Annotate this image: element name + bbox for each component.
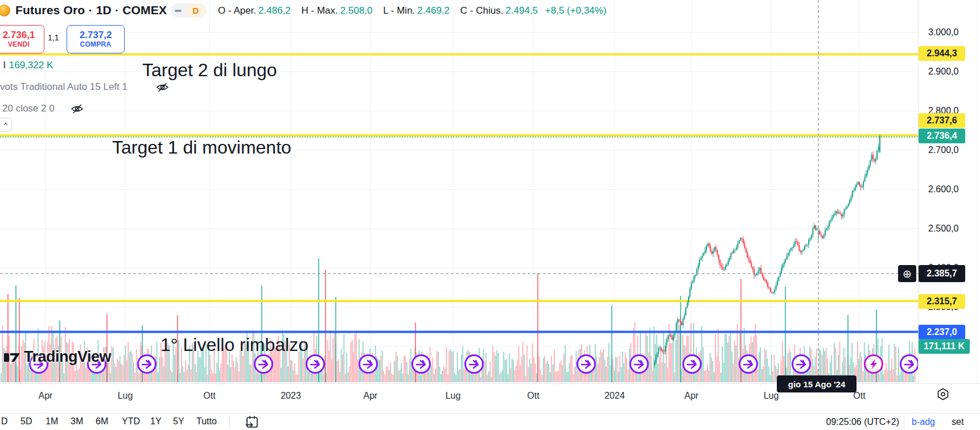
time-tick: Apr — [364, 391, 378, 401]
contract-rollover-marker[interactable] — [413, 355, 430, 373]
clock-timezone[interactable]: 09:25:06 (UTC+2) — [797, 417, 899, 427]
tradingview-watermark: TradingView — [3, 348, 111, 366]
range-button-1m[interactable]: 1M — [46, 416, 58, 427]
time-tick: Apr — [39, 391, 53, 401]
time-tick: Ott — [203, 391, 215, 401]
price-tick: 2.600,0 — [928, 184, 958, 195]
legend-collapse-button[interactable]: ^ — [0, 118, 12, 132]
go-to-date-icon[interactable] — [245, 415, 260, 430]
buy-price: 2.737,2 — [80, 30, 112, 41]
sell-label: VENDI — [8, 41, 30, 49]
caret-up-icon: ^ — [4, 121, 7, 129]
range-button-6m[interactable]: 6M — [96, 416, 108, 427]
add-alert-plus-icon[interactable]: ⊕ — [898, 265, 916, 282]
contract-rollover-marker[interactable] — [578, 355, 595, 373]
annotation-rimbalzo[interactable]: 1° Livello rimbalzo — [160, 334, 308, 355]
time-tick: Ott — [527, 391, 539, 401]
buy-label: COMPRA — [80, 41, 111, 49]
low-value: 2.469,2 — [417, 5, 450, 16]
time-tick: Lug — [118, 391, 133, 401]
annotation-target1[interactable]: Target 1 di movimento — [112, 137, 291, 158]
time-tick: Apr — [685, 391, 699, 401]
price-tick: 2.700,0 — [928, 145, 958, 155]
price-level-badge: 2.737,6 — [919, 113, 965, 128]
tradingview-chart-app: Target 2 di lungo Target 1 di movimento … — [0, 0, 980, 430]
bottom-toolbar: 09:25:06 (UTC+2) b-adg set D5D1M3M6MYTD1… — [0, 413, 980, 430]
high-value: 2.508,0 — [340, 5, 373, 16]
price-level-badge: 2.315,7 — [919, 294, 965, 309]
bolt-event-marker[interactable] — [865, 355, 883, 373]
sell-button[interactable]: 2.736,1 VENDI — [0, 25, 44, 53]
price-level-badge: 2.237,0 — [919, 325, 965, 340]
price-tick: 2.500,0 — [928, 224, 958, 234]
instant-detail-hexagon-icon[interactable] — [936, 387, 950, 403]
time-tick: 2024 — [604, 391, 625, 401]
minus-icon[interactable] — [171, 3, 186, 18]
range-button-1y[interactable]: 1Y — [150, 416, 162, 427]
range-button-3m[interactable]: 3M — [71, 416, 83, 427]
price-tick: 2.900,0 — [928, 67, 958, 77]
change-value: +8,5 (+0,34%) — [545, 5, 607, 16]
chart-pane[interactable] — [0, 0, 918, 383]
ohlc-readout: O - Aper.2.486,2 H - Max.2.508,0 L - Min… — [218, 5, 607, 16]
toolbar-divider — [229, 416, 230, 428]
open-value: 2.486,2 — [258, 5, 291, 16]
buy-button[interactable]: 2.737,2 COMPRA — [67, 25, 125, 53]
close-value: 2.494,5 — [505, 5, 538, 16]
contract-rollover-marker[interactable] — [255, 355, 273, 373]
time-tick: Lug — [446, 391, 461, 401]
tradingview-logo-icon — [3, 349, 20, 365]
contract-rollover-marker[interactable] — [793, 355, 810, 373]
contract-rollover-marker[interactable] — [307, 355, 324, 373]
crosshair-date-tooltip: gio 15 Ago '24 — [777, 375, 857, 392]
interval-toggle[interactable]: D — [171, 3, 206, 18]
open-label: O - Aper. — [218, 5, 256, 16]
volume-label: l — [3, 60, 6, 71]
volume-readout: l169,322 K — [3, 60, 53, 71]
range-button-5d[interactable]: 5D — [20, 416, 32, 427]
high-label: H - Max. — [302, 5, 338, 16]
close-label: C - Chius. — [460, 5, 504, 16]
contract-rollover-marker[interactable] — [360, 355, 377, 373]
adjusted-data-toggle[interactable]: b-adg — [912, 417, 935, 427]
price-tick: 3.000,0 — [928, 27, 958, 38]
price-axis-edge — [977, 0, 977, 383]
range-button-d[interactable]: D — [1, 416, 8, 427]
low-label: L - Min. — [383, 5, 415, 16]
range-button-tutto[interactable]: Tutto — [196, 416, 217, 427]
time-tick: 2023 — [281, 391, 301, 401]
contract-rollover-marker[interactable] — [631, 355, 648, 373]
interval-label[interactable]: D — [186, 3, 206, 18]
crosshair-price-badge: 2.385,7 — [919, 265, 965, 282]
symbol-title[interactable]: Futures Oro · 1D · COMEX — [15, 3, 167, 17]
range-button-5y[interactable]: 5Y — [173, 416, 184, 427]
hide-indicator-icon[interactable] — [71, 104, 84, 117]
price-level-badge: 2.944,3 — [919, 46, 965, 61]
volume-value: 169,322 K — [9, 60, 53, 71]
contract-rollover-marker[interactable] — [740, 355, 757, 373]
contract-rollover-marker[interactable] — [466, 355, 483, 373]
price-level-badge: 2.736,4 — [919, 129, 965, 143]
spread-value: 1,1 — [48, 33, 59, 42]
contract-rollover-marker[interactable] — [901, 355, 919, 373]
time-tick: Lug — [764, 391, 779, 401]
range-button-ytd[interactable]: YTD — [122, 416, 140, 427]
tradingview-logo-text: TradingView — [24, 348, 111, 366]
annotation-target2[interactable]: Target 2 di lungo — [142, 60, 277, 81]
price-level-badge: 171,111 K — [919, 339, 970, 354]
contract-rollover-marker[interactable] — [138, 355, 156, 373]
settlement-toggle[interactable]: set — [952, 417, 963, 427]
indicator-pivots-label[interactable]: vots Traditional Auto 15 Left 1 — [0, 81, 127, 93]
hide-indicator-icon[interactable] — [156, 82, 169, 95]
sell-price: 2.736,1 — [3, 30, 35, 41]
contract-rollover-marker[interactable] — [683, 355, 701, 373]
price-axis[interactable]: 3.000,02.900,02.800,02.700,02.600,02.500… — [918, 0, 980, 383]
indicator-ma-label[interactable]: 20 close 2 0 — [2, 103, 55, 114]
toolbar-divider — [904, 416, 904, 428]
